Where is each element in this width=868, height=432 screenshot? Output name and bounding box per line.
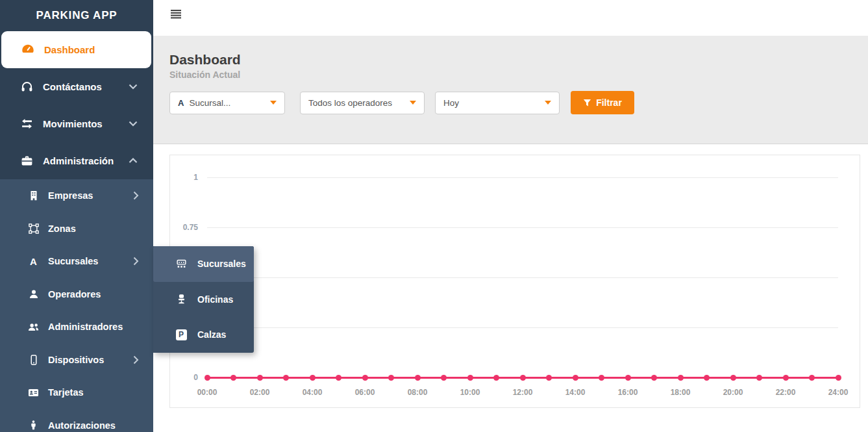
x-axis-tick-label: 02:00 [243,388,276,397]
filtrar-button[interactable]: Filtrar [571,91,634,114]
chart-data-point[interactable] [230,375,236,381]
id-card-icon [27,387,40,399]
sidebar-item-administracion[interactable]: Administración [0,142,153,179]
chart-data-point[interactable] [783,375,789,381]
chart-line-segment [391,377,418,379]
flyout-item-label: Oficinas [197,294,233,305]
chart-data-point[interactable] [336,375,341,381]
flyout-item-label: Calzas [197,329,226,340]
user-icon [27,288,40,300]
chart-line-segment [812,377,839,379]
x-axis-tick-label: 16:00 [612,388,644,397]
chart-line-segment [602,377,628,379]
building-icon [27,190,40,202]
chart-data-point[interactable] [493,375,499,381]
chart-line-segment [444,377,471,379]
chart-line-segment [470,377,497,379]
exchange-arrows-icon [19,117,34,131]
chart-line-segment [312,377,339,379]
periodo-select[interactable]: Hoy [435,92,560,114]
x-axis-tick-label: 20:00 [717,388,749,397]
chevron-down-icon [129,84,138,90]
chart-data-point[interactable] [520,375,526,381]
sidebar: PARKING APP Dashboard Contáctanos Movimi… [0,0,153,432]
x-axis-tick-label: 18:00 [664,388,697,397]
chart-data-point[interactable] [704,375,710,381]
chart-line-segment [760,377,786,379]
sidebar-item-movimientos[interactable]: Movimientos [0,105,153,142]
chart-gridline [207,227,838,228]
chart-data-point[interactable] [362,375,368,381]
sidebar-item-label: Dashboard [44,44,95,55]
submenu-item-label: Zonas [48,223,76,234]
sucursal-select[interactable]: A Sucursal... [169,92,285,114]
chart-data-point[interactable] [625,375,631,381]
submenu-item-autorizaciones[interactable]: Autorizaciones [0,409,153,432]
submenu-item-zonas[interactable]: Zonas [0,212,153,246]
submenu-item-dispositivos[interactable]: Dispositivos [0,344,153,377]
chevron-right-icon [133,355,139,364]
x-axis-tick-label: 08:00 [401,388,434,397]
sidebar-item-label: Administración [43,155,114,166]
page-header: Dashboard Situación Actual A Sucursal...… [153,36,868,144]
chart-line-segment [207,377,234,379]
chart-data-point[interactable] [441,375,447,381]
submenu-item-sucursales[interactable]: A Sucursales [0,245,153,278]
caret-down-icon [538,101,551,105]
chart-data-point[interactable] [756,375,762,381]
chart-line-segment [365,377,391,379]
chart-line-segment [628,377,654,379]
sidebar-item-contactanos[interactable]: Contáctanos [0,68,153,105]
office-chair-icon [174,292,188,307]
chart-data-point[interactable] [546,375,552,381]
flyout-item-calzas[interactable]: P Calzas [153,317,254,353]
chart-data-point[interactable] [388,375,394,381]
operadores-select-value: Todos los operadores [308,98,392,108]
sidebar-item-dashboard[interactable]: Dashboard [1,31,151,68]
chart-data-point[interactable] [283,375,289,381]
chart-data-point[interactable] [836,375,841,381]
chart-line-segment [680,377,707,379]
content-area: 00.250.50.75100:0002:0004:0006:0008:0010… [153,144,868,408]
chart-data-point[interactable] [730,375,736,381]
chart-data-point[interactable] [651,375,657,381]
flyout-item-sucursales[interactable]: Sucursales [153,246,254,282]
submenu-item-tarjetas[interactable]: Tarjetas [0,376,153,409]
flyout-item-oficinas[interactable]: Oficinas [153,282,254,318]
chevron-up-icon [129,158,138,164]
chart-data-point[interactable] [205,375,210,381]
letter-a-icon: A [27,255,40,268]
chart-data-point[interactable] [415,375,421,381]
chevron-down-icon [129,121,138,127]
submenu-item-administradores[interactable]: Administradores [0,311,153,344]
submenu-item-operadores[interactable]: Operadores [0,278,153,311]
headset-icon [19,80,34,94]
chevron-right-icon [133,191,139,200]
submenu-item-label: Sucursales [48,256,98,266]
chart-line-segment [339,377,366,379]
chart-data-point[interactable] [467,375,473,381]
topbar [153,0,868,36]
submenu-item-empresas[interactable]: Empresas [0,179,153,212]
x-axis-tick-label: 24:00 [822,388,854,397]
mobile-icon [27,353,40,366]
filtrar-button-label: Filtrar [596,97,622,108]
chart-data-point[interactable] [310,375,316,381]
chart-gridline [207,277,838,278]
chart-data-point[interactable] [599,375,604,381]
chart-data-point[interactable] [573,375,578,381]
users-icon [27,321,40,333]
x-axis-tick-label: 14:00 [559,388,591,397]
hamburger-menu-icon[interactable] [171,10,181,21]
operadores-select[interactable]: Todos los operadores [300,92,425,114]
admin-submenu: Empresas Zonas A Sucursales Operado [0,179,153,432]
filter-bar: A Sucursal... Todos los operadores Hoy [169,91,868,114]
vector-square-icon [27,222,40,235]
chart-data-point[interactable] [257,375,263,381]
chart-line-segment [707,377,734,379]
situacion-chart: 00.250.50.75100:0002:0004:0006:0008:0010… [169,155,860,408]
x-axis-tick-label: 04:00 [296,388,329,397]
chart-data-point[interactable] [678,375,684,381]
x-axis-tick-label: 22:00 [769,388,802,397]
chart-data-point[interactable] [809,375,815,381]
